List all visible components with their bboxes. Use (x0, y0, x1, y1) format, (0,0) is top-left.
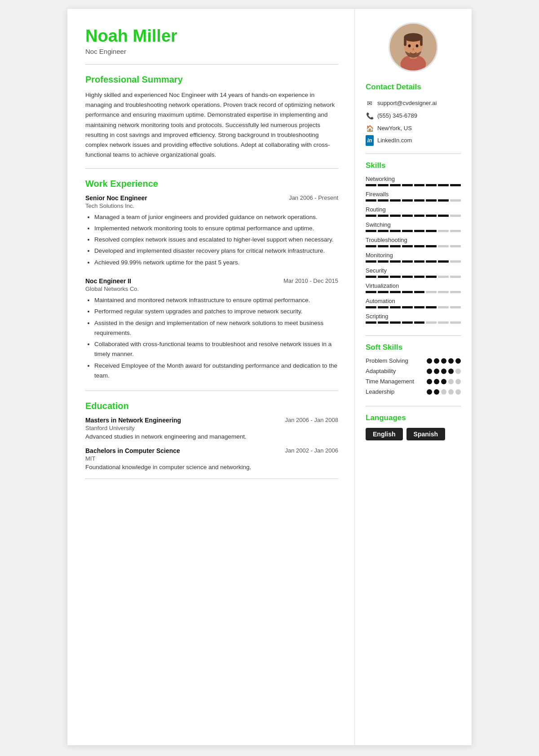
skill-segment (414, 230, 425, 232)
soft-skill-dot (434, 369, 439, 374)
skill-segment (438, 230, 449, 232)
skill-segment (366, 306, 376, 308)
bullet: Collaborated with cross-functional teams… (94, 339, 338, 360)
edu-header-2: Bachelors in Computer Science Jan 2002 -… (85, 447, 338, 454)
contact-phone-value: (555) 345-6789 (377, 110, 417, 122)
soft-skill-name: Time Management (366, 378, 414, 385)
candidate-title: Noc Engineer (85, 48, 338, 55)
skill-segment (450, 291, 461, 293)
job-header-2: Noc Engineer II Mar 2010 - Dec 2015 (85, 277, 338, 285)
skill-segment (414, 215, 425, 217)
resume-container: Noah Miller Noc Engineer Professional Su… (67, 9, 472, 745)
left-column: Noah Miller Noc Engineer Professional Su… (67, 9, 355, 745)
skill-segment (390, 291, 401, 293)
soft-skill-dot (448, 379, 454, 384)
edu-school-1: Stanford University (85, 425, 338, 431)
skills-divider (366, 335, 461, 336)
soft-skill-dot (434, 358, 439, 364)
skill-segment (402, 199, 413, 202)
job-company-1: Tech Solutions Inc. (85, 202, 338, 209)
soft-skill-dot (427, 379, 432, 384)
soft-skill-dot (455, 389, 461, 395)
skill-segment (438, 306, 449, 308)
bullet: Developed and implemented disaster recov… (94, 246, 338, 256)
svg-rect-6 (420, 37, 423, 46)
skill-name: Routing (366, 206, 461, 213)
soft-skill-dot (455, 358, 461, 364)
avatar (389, 22, 438, 72)
language-english: English (366, 428, 403, 440)
svg-point-4 (404, 33, 423, 42)
skill-bar (366, 230, 461, 232)
contact-linkedin: in LinkedIn.com (366, 135, 437, 146)
skill-segment (426, 184, 437, 186)
contact-location-value: NewYork, US (377, 123, 412, 134)
svg-rect-5 (404, 37, 406, 46)
skill-segment (402, 276, 413, 278)
email-icon: ✉ (366, 97, 374, 110)
skill-segment (402, 260, 413, 263)
skill-bar (366, 260, 461, 263)
job-header-1: Senior Noc Engineer Jan 2006 - Present (85, 194, 338, 202)
soft-skill-dots (427, 389, 461, 395)
skill-segment (378, 230, 389, 232)
job-block-2: Noc Engineer II Mar 2010 - Dec 2015 Glob… (85, 277, 338, 381)
skill-bar (366, 199, 461, 202)
bullet: Performed regular system upgrades and pa… (94, 307, 338, 316)
edu-block-2: Bachelors in Computer Science Jan 2002 -… (85, 447, 338, 470)
skill-bar (366, 321, 461, 324)
job-title-2: Noc Engineer II (85, 277, 131, 285)
edu-degree-2: Bachelors in Computer Science (85, 447, 180, 454)
skill-row: Firewalls (366, 191, 461, 202)
job-block-1: Senior Noc Engineer Jan 2006 - Present T… (85, 194, 338, 268)
skill-segment (450, 260, 461, 263)
soft-skill-dot (434, 389, 439, 395)
contact-phone: 📞 (555) 345-6789 (366, 110, 437, 122)
soft-skills-container: Problem SolvingAdaptabilityTime Manageme… (366, 357, 461, 399)
skill-bar (366, 306, 461, 308)
skill-segment (390, 199, 401, 202)
skill-segment (426, 306, 437, 308)
edu-school-2: MIT (85, 455, 338, 462)
skill-segment (378, 291, 389, 293)
candidate-name: Noah Miller (85, 27, 338, 46)
skill-segment (414, 260, 425, 263)
skills-container: NetworkingFirewallsRoutingSwitchingTroub… (366, 176, 461, 328)
edu-header-1: Masters in Network Engineering Jan 2006 … (85, 417, 338, 424)
languages-title: Languages (366, 413, 406, 422)
contact-email-value: support@cvdesigner.ai (377, 97, 437, 109)
job-title-1: Senior Noc Engineer (85, 194, 147, 202)
skill-segment (438, 321, 449, 324)
work-experience-title: Work Experience (85, 179, 338, 189)
soft-skill-dot (427, 358, 432, 364)
skill-segment (378, 306, 389, 308)
skill-segment (450, 215, 461, 217)
skill-segment (378, 276, 389, 278)
soft-skill-dot (434, 379, 439, 384)
soft-skill-dot (441, 379, 446, 384)
edu-desc-1: Advanced studies in network engineering … (85, 433, 338, 440)
skill-segment (426, 199, 437, 202)
edu-degree-1: Masters in Network Engineering (85, 417, 181, 424)
skill-segment (366, 291, 376, 293)
skill-name: Automation (366, 298, 461, 304)
skill-row: Scripting (366, 313, 461, 324)
skill-segment (450, 230, 461, 232)
skill-row: Switching (366, 221, 461, 232)
skill-segment (414, 184, 425, 186)
skill-segment (450, 184, 461, 186)
bullet: Resolved complex network issues and esca… (94, 235, 338, 245)
soft-skill-dot (441, 358, 446, 364)
education-section: Education Masters in Network Engineering… (85, 401, 338, 470)
skill-segment (366, 321, 376, 324)
skills-title: Skills (366, 161, 385, 170)
skill-segment (426, 260, 437, 263)
summary-divider (85, 168, 338, 169)
skill-segment (414, 321, 425, 324)
soft-skill-row: Problem Solving (366, 357, 461, 364)
svg-point-8 (416, 44, 419, 48)
skill-segment (366, 184, 376, 186)
skill-segment (366, 260, 376, 263)
contact-divider (366, 154, 461, 154)
contact-list: ✉ support@cvdesigner.ai 📞 (555) 345-6789… (366, 97, 437, 146)
